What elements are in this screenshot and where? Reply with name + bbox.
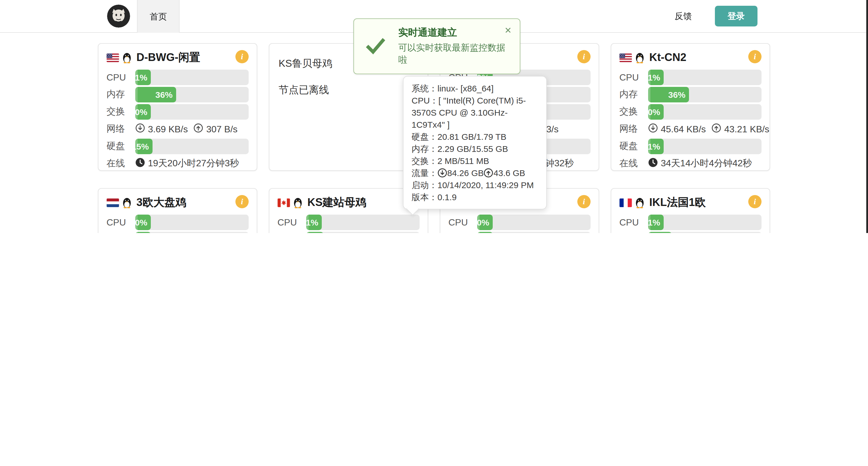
cpu-usage-bar-fill: 1% (648, 214, 664, 230)
disk-usage-bar-fill: 15% (135, 139, 152, 154)
server-info-tooltip: 系统：linux- [x86_64]CPU：[ "Intel(R) Core(T… (403, 76, 547, 209)
info-icon[interactable]: i (577, 195, 591, 208)
uptime-row: 在线19天20小时27分钟3秒 (106, 156, 249, 171)
cpu-usage-bar-fill: 1% (135, 70, 151, 85)
toast-subtitle: 可以实时获取最新监控数据啦 (398, 42, 510, 66)
tooltip-row-value: 2.29 GB/15.55 GB (437, 144, 508, 154)
server-card: D-BWG-闲置iCPU1%内存36%交换0%网络3.69 KB/s307 B/… (98, 43, 257, 171)
tooltip-row: 版本：0.1.9 (411, 191, 538, 203)
tab-home[interactable]: 首页 (137, 0, 180, 33)
info-icon[interactable]: i (236, 195, 249, 208)
linux-penguin-icon (122, 52, 132, 63)
memory-usage-bar-row: 内存3% (448, 232, 591, 233)
cpu-usage-bar-fill: 0% (477, 214, 493, 230)
swap-usage-bar-fill: 0% (135, 104, 151, 120)
upload-arrow-icon (484, 168, 494, 178)
disk-usage-bar: 15% (135, 139, 249, 154)
info-icon[interactable]: i (577, 50, 591, 63)
tooltip-row-label: 系统： (411, 84, 437, 93)
disk-usage-bar-row: 硬盘11% (619, 139, 762, 154)
memory-usage-bar-row: 内存15% (277, 232, 420, 233)
uptime-row: 在线34天14小时4分钟42秒 (619, 156, 762, 171)
close-icon[interactable]: ✕ (504, 26, 512, 35)
disk-usage-bar-fill: 11% (648, 139, 664, 154)
server-card-header: IKL法国1欧i (619, 196, 762, 209)
usage-percent-label: 0% (477, 218, 493, 227)
server-card-header: KS建站母鸡i (277, 196, 420, 209)
server-card-header: Kt-CN2i (619, 51, 762, 64)
linux-penguin-icon (122, 197, 132, 208)
usage-percent-label: 0% (135, 218, 151, 227)
uptime-value: 19天20小时27分钟3秒 (135, 158, 249, 170)
network-value-fragment: 3/s (546, 124, 559, 134)
cpu-usage-bar-row: CPU0% (448, 214, 591, 230)
site-logo-avatar[interactable] (107, 5, 130, 28)
swap-usage-bar-fill: 0% (648, 104, 664, 120)
usage-percent-label: 36% (155, 90, 176, 100)
uptime-text: 19天20小时27分钟3秒 (148, 158, 239, 170)
network-value: 3.69 KB/s307 B/s (135, 123, 249, 135)
login-button[interactable]: 登录 (715, 6, 757, 27)
cpu-usage-bar: 1% (648, 214, 762, 230)
row-label: 交换 (106, 106, 135, 118)
memory-usage-bar-fill: 21% (648, 232, 672, 233)
toast-body: 实时通道建立 可以实时获取最新监控数据啦 (398, 26, 510, 66)
row-label: CPU (619, 72, 648, 82)
row-label: 硬盘 (619, 140, 648, 153)
row-label: 在线 (106, 158, 135, 170)
row-label: CPU (106, 217, 135, 228)
country-flag-icon (277, 198, 290, 207)
linux-penguin-icon (293, 197, 303, 208)
disk-usage-bar-row: 硬盘15% (106, 139, 249, 154)
uptime-text: 34天14小时4分钟42秒 (661, 158, 752, 170)
tooltip-row: 系统：linux- [x86_64] (411, 82, 538, 94)
cpu-usage-bar-row: CPU0% (106, 214, 249, 230)
info-icon[interactable]: i (236, 50, 249, 63)
usage-percent-label: 36% (668, 90, 689, 100)
row-label: 硬盘 (106, 140, 135, 153)
memory-usage-bar: 36% (135, 87, 249, 102)
upload-arrow-icon (194, 123, 204, 135)
usage-percent-label: 0% (648, 107, 664, 117)
info-icon[interactable]: i (748, 50, 762, 63)
feedback-link[interactable]: 反馈 (675, 11, 692, 22)
info-icon[interactable]: i (748, 195, 762, 208)
tooltip-row-label: 硬盘： (411, 132, 437, 141)
toast-title: 实时通道建立 (398, 26, 510, 39)
download-speed: 45.64 KB/s (661, 124, 706, 134)
swap-usage-bar-row: 交换0% (619, 104, 762, 120)
country-flag-icon (106, 53, 119, 62)
linux-penguin-icon (635, 52, 645, 63)
tooltip-row: 流量：84.26 GB43.6 GB (411, 167, 538, 179)
tooltip-row-label: 内存： (411, 144, 437, 154)
country-flag-icon (619, 198, 632, 207)
memory-usage-bar: 36% (648, 87, 762, 102)
server-card-header: 3欧大盘鸡i (106, 196, 249, 209)
network-row: 网络45.64 KB/s43.21 KB/s (619, 122, 762, 137)
memory-usage-bar: 6% (135, 232, 249, 233)
avatar-image (107, 5, 130, 28)
memory-usage-bar-row: 内存36% (106, 87, 249, 102)
swap-usage-bar: 0% (135, 104, 249, 120)
tooltip-row-label: 启动： (411, 180, 437, 190)
usage-percent-label: 1% (135, 72, 151, 82)
row-label: CPU (448, 217, 477, 228)
tab-home-label: 首页 (150, 11, 167, 21)
memory-usage-bar-fill: 15% (306, 232, 323, 233)
server-name: D-BWG-闲置 (136, 50, 200, 65)
window-edge-scrollbar[interactable] (866, 0, 868, 233)
clock-icon (135, 158, 145, 170)
tooltip-row-label: 交换： (411, 156, 437, 166)
upload-speed: 307 B/s (206, 124, 238, 134)
row-label: 内存 (106, 89, 135, 101)
row-label: 在线 (619, 158, 648, 170)
cpu-usage-bar-row: CPU1% (106, 70, 249, 85)
traffic-up-value: 43.6 GB (494, 168, 525, 178)
swap-usage-bar-row: 交换0% (106, 104, 249, 120)
tooltip-row-value: 10/14/2020, 11:49:29 PM (437, 180, 534, 190)
cpu-usage-bar-fill: 1% (306, 214, 322, 230)
row-label: CPU (277, 217, 306, 228)
memory-usage-bar-row: 内存6% (106, 232, 249, 233)
tooltip-row-value: linux- [x86_64] (437, 84, 494, 93)
cpu-usage-bar: 1% (135, 70, 249, 85)
